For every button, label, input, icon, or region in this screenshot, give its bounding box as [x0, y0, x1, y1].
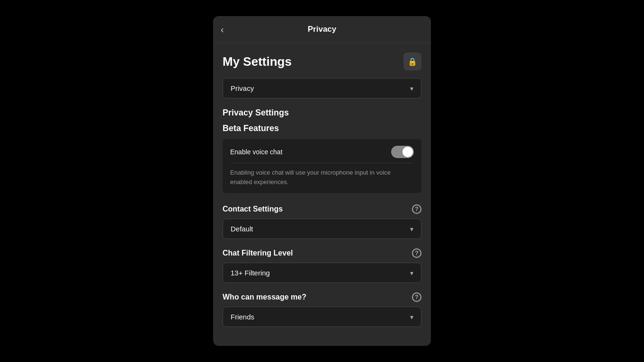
- beta-features-section: Beta Features Enable voice chat Enabling…: [223, 124, 421, 193]
- chevron-down-icon: ▾: [410, 269, 413, 277]
- chat-filtering-section: Chat Filtering Level ? 13+ Filtering ▾: [223, 248, 421, 283]
- contact-settings-help-icon[interactable]: ?: [412, 204, 421, 214]
- voice-chat-description: Enabling voice chat will use your microp…: [230, 163, 414, 186]
- chat-filtering-dropdown[interactable]: 13+ Filtering ▾: [223, 263, 421, 283]
- chat-filtering-help-icon[interactable]: ?: [412, 248, 421, 258]
- chevron-down-icon: ▾: [410, 313, 413, 321]
- privacy-dropdown-value: Privacy: [231, 84, 254, 92]
- content: My Settings 🔒 Privacy ▾ Privacy Settings…: [213, 43, 431, 346]
- back-button[interactable]: ‹: [221, 24, 224, 35]
- toggle-thumb: [402, 147, 413, 157]
- beta-features-card: Enable voice chat Enabling voice chat wi…: [223, 139, 421, 193]
- privacy-settings-label: Privacy Settings: [223, 108, 421, 118]
- header-title: Privacy: [308, 25, 337, 34]
- chat-filtering-label: Chat Filtering Level: [223, 249, 293, 257]
- privacy-dropdown[interactable]: Privacy ▾: [223, 78, 421, 98]
- who-can-message-help-icon[interactable]: ?: [412, 292, 421, 302]
- who-can-message-value: Friends: [231, 313, 254, 321]
- who-can-message-header-row: Who can message me? ?: [223, 292, 421, 302]
- lock-button[interactable]: 🔒: [403, 53, 421, 71]
- beta-features-label: Beta Features: [223, 124, 421, 133]
- chevron-down-icon: ▾: [410, 225, 413, 233]
- page-title: My Settings: [223, 54, 292, 69]
- who-can-message-section: Who can message me? ? Friends ▾: [223, 292, 421, 327]
- contact-settings-header-row: Contact Settings ?: [223, 204, 421, 214]
- voice-chat-label: Enable voice chat: [230, 148, 283, 156]
- voice-chat-row: Enable voice chat: [230, 146, 414, 158]
- chat-filtering-value: 13+ Filtering: [231, 269, 270, 277]
- voice-chat-toggle[interactable]: [391, 146, 414, 158]
- chat-filtering-header-row: Chat Filtering Level ?: [223, 248, 421, 258]
- lock-icon: 🔒: [408, 57, 417, 66]
- chevron-down-icon: ▾: [410, 85, 413, 92]
- who-can-message-label: Who can message me?: [223, 293, 306, 301]
- contact-settings-dropdown[interactable]: Default ▾: [223, 219, 421, 239]
- header: ‹ Privacy: [213, 16, 431, 43]
- my-settings-row: My Settings 🔒: [223, 53, 421, 71]
- contact-settings-value: Default: [231, 225, 253, 233]
- contact-settings-section: Contact Settings ? Default ▾: [223, 204, 421, 239]
- who-can-message-dropdown[interactable]: Friends ▾: [223, 307, 421, 327]
- app-container: ‹ Privacy My Settings 🔒 Privacy ▾ Privac…: [213, 16, 431, 346]
- contact-settings-label: Contact Settings: [223, 205, 283, 213]
